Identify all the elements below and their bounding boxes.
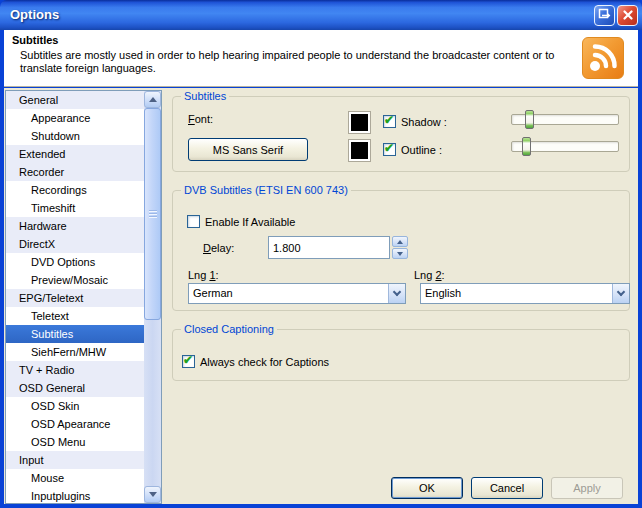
sidebar-item-osd-menu[interactable]: OSD Menu — [6, 433, 144, 451]
sidebar-item-shutdown[interactable]: Shutdown — [6, 127, 144, 145]
font-button[interactable]: MS Sans Serif — [188, 138, 308, 161]
sidebar-item-mouse[interactable]: Mouse — [6, 469, 144, 487]
page-title: Subtitles — [12, 34, 58, 46]
lng1-dropdown[interactable]: German — [188, 283, 406, 304]
sidebar-item-hardware[interactable]: Hardware — [6, 217, 144, 235]
lng2-label: Lng 2: — [414, 269, 445, 281]
dvb-group-title: DVB Subtitles (ETSI EN 600 743) — [181, 184, 351, 196]
sidebar-item-inputplugins[interactable]: Inputplugins — [6, 487, 144, 504]
lng2-value: English — [425, 284, 461, 303]
shadow-color-swatch[interactable] — [349, 140, 370, 161]
sidebar-item-dvd-options[interactable]: DVD Options — [6, 253, 144, 271]
apply-button[interactable]: Apply — [551, 477, 623, 499]
sidebar-item-osd-general[interactable]: OSD General — [6, 379, 144, 397]
lng1-label: Lng 1: — [188, 269, 219, 281]
dialog-body: GeneralAppearanceShutdownExtendedRecorde… — [4, 88, 638, 504]
sidebar-item-teletext[interactable]: Teletext — [6, 307, 144, 325]
shadow-slider[interactable] — [511, 114, 619, 125]
delay-spin-up-button[interactable] — [392, 236, 408, 247]
window-title: Options — [10, 0, 59, 29]
sidebar-list: GeneralAppearanceShutdownExtendedRecorde… — [6, 91, 144, 504]
outline-slider[interactable] — [511, 141, 619, 152]
shadow-checkbox[interactable] — [383, 115, 396, 128]
delay-spinner[interactable] — [392, 236, 408, 259]
scrollbar-thumb[interactable] — [144, 108, 161, 320]
sidebar-item-timeshift[interactable]: Timeshift — [6, 199, 144, 217]
always-check-captions-label[interactable]: Always check for Captions — [200, 356, 329, 368]
ok-button[interactable]: OK — [391, 477, 463, 499]
close-icon — [622, 9, 634, 23]
lng1-dropdown-button[interactable] — [388, 284, 405, 303]
chevron-down-icon — [617, 288, 625, 296]
subtitles-broadcast-icon — [582, 37, 624, 79]
scroll-down-button[interactable] — [144, 486, 161, 503]
shadow-slider-thumb[interactable] — [525, 110, 534, 129]
sidebar-item-subtitles[interactable]: Subtitles — [6, 325, 144, 343]
sidebar-scrollbar[interactable] — [144, 91, 161, 503]
sidebar-item-recordings[interactable]: Recordings — [6, 181, 144, 199]
outline-checkbox[interactable] — [383, 143, 396, 156]
sidebar-item-input[interactable]: Input — [6, 451, 144, 469]
subtitles-group: Subtitles Font: MS Sans Serif Shadow : O… — [172, 96, 630, 172]
sidebar-item-directx[interactable]: DirectX — [6, 235, 144, 253]
delay-spin-down-button[interactable] — [392, 248, 408, 259]
close-button[interactable] — [617, 5, 638, 26]
lng2-dropdown-button[interactable] — [612, 284, 629, 303]
chevron-down-icon — [393, 288, 401, 296]
sidebar-item-osd-apearance[interactable]: OSD Apearance — [6, 415, 144, 433]
subtitles-group-title: Subtitles — [181, 90, 229, 102]
cc-group-title: Closed Captioning — [181, 323, 277, 335]
shadow-label[interactable]: Shadow : — [401, 116, 447, 128]
always-check-captions-checkbox[interactable] — [182, 355, 195, 368]
sidebar-item-tv-radio[interactable]: TV + Radio — [6, 361, 144, 379]
sidebar-item-preview-mosaic[interactable]: Preview/Mosaic — [6, 271, 144, 289]
font-color-swatch[interactable] — [349, 112, 370, 133]
spin-up-icon — [397, 240, 403, 244]
enable-if-available-label[interactable]: Enable If Available — [205, 216, 295, 228]
sidebar-item-extended[interactable]: Extended — [6, 145, 144, 163]
sidebar-item-osd-skin[interactable]: OSD Skin — [6, 397, 144, 415]
arrow-up-icon — [149, 97, 157, 102]
sidebar-item-general[interactable]: General — [6, 91, 144, 109]
page-description: Subtitles are mostly used in order to he… — [20, 49, 576, 75]
page-header: Subtitles Subtitles are mostly used in o… — [4, 30, 638, 87]
closed-captioning-group: Closed Captioning Always check for Capti… — [172, 329, 630, 381]
outline-label[interactable]: Outline : — [401, 144, 442, 156]
arrow-down-icon — [149, 492, 157, 497]
options-dialog: Options Subtitles Subtitles are mostly u… — [0, 0, 642, 508]
font-label: Font: — [188, 113, 213, 125]
sidebar-item-siehfern-mhw[interactable]: SiehFern/MHW — [6, 343, 144, 361]
detach-window-button[interactable] — [594, 5, 615, 26]
sidebar-item-epg-teletext[interactable]: EPG/Teletext — [6, 289, 144, 307]
titlebar[interactable]: Options — [0, 0, 642, 30]
spin-down-icon — [397, 252, 403, 256]
sidebar-item-recorder[interactable]: Recorder — [6, 163, 144, 181]
detach-window-icon — [598, 8, 611, 23]
lng1-value: German — [193, 284, 233, 303]
outline-slider-thumb[interactable] — [522, 137, 531, 156]
cancel-button[interactable]: Cancel — [471, 477, 543, 499]
scrollbar-grip-icon — [149, 210, 157, 218]
scroll-up-button[interactable] — [144, 91, 161, 108]
sidebar-item-appearance[interactable]: Appearance — [6, 109, 144, 127]
enable-if-available-checkbox[interactable] — [187, 215, 200, 228]
delay-input[interactable]: 1.800 — [268, 236, 390, 259]
lng2-dropdown[interactable]: English — [420, 283, 630, 304]
dvb-subtitles-group: DVB Subtitles (ETSI EN 600 743) Enable I… — [172, 190, 630, 311]
sidebar: GeneralAppearanceShutdownExtendedRecorde… — [5, 90, 162, 504]
delay-label: Delay: — [203, 242, 234, 254]
